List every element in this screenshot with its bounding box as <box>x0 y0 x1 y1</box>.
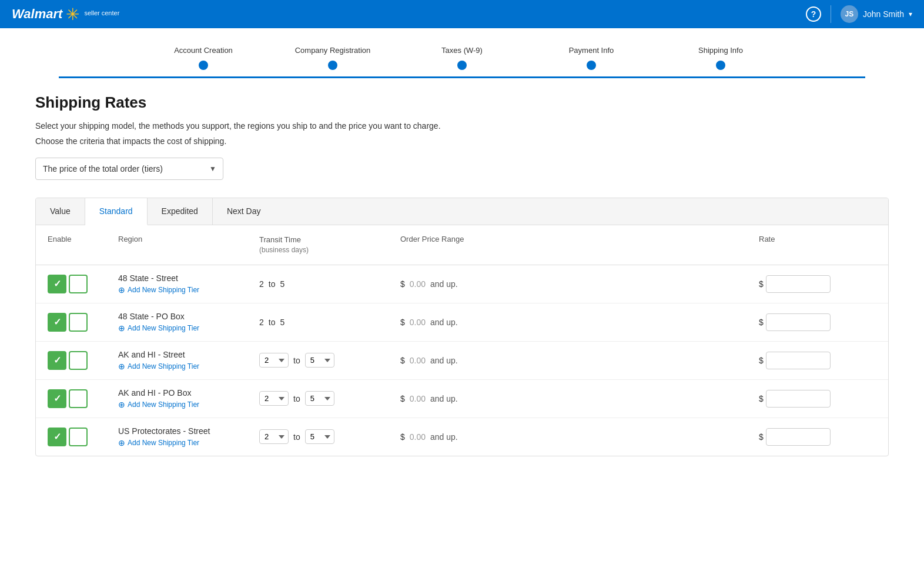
checkbox-outline-4[interactable] <box>69 389 88 408</box>
add-icon-3: ⊕ <box>118 362 125 371</box>
and-up-3: and up. <box>430 356 458 365</box>
rate-cell-1: $ <box>759 275 876 293</box>
step-dot-1 <box>199 61 208 70</box>
page-title: Shipping Rates <box>35 94 889 112</box>
step-payment-info: Payment Info <box>527 46 656 70</box>
tab-next-day[interactable]: Next Day <box>213 198 275 225</box>
table-row: US Protectorates - Street ⊕ Add New Ship… <box>36 418 888 456</box>
dollar-sign-3: $ <box>400 356 405 365</box>
rate-cell-5: $ <box>759 428 876 446</box>
add-tier-link-3[interactable]: ⊕ Add New Shipping Tier <box>118 362 259 371</box>
checkbox-outline-1[interactable] <box>69 275 88 293</box>
add-tier-link-4[interactable]: ⊕ Add New Shipping Tier <box>118 400 259 409</box>
region-name-1: 48 State - Street <box>118 273 259 283</box>
tab-standard[interactable]: Standard <box>85 198 148 225</box>
criteria-dropdown[interactable]: The price of the total order (tiers) Wei… <box>35 158 223 180</box>
transit-cell-1: 2 to 5 <box>259 279 400 289</box>
step-dot-4 <box>587 61 596 70</box>
table-header-row: Enable Region Transit Time (business day… <box>36 225 888 265</box>
transit-to-dropdown-3[interactable]: 56710 <box>305 353 334 368</box>
add-icon-2: ⊕ <box>118 323 125 333</box>
and-up-1: and up. <box>430 279 458 289</box>
checkbox-checked-4[interactable] <box>48 389 66 408</box>
table-row: AK and HI - PO Box ⊕ Add New Shipping Ti… <box>36 380 888 418</box>
shipping-table: Enable Region Transit Time (business day… <box>36 225 888 456</box>
spark-icon: ✳ <box>66 5 79 24</box>
rate-input-4[interactable] <box>766 390 831 408</box>
col-header-enable: Enable <box>48 235 118 255</box>
transit-from-dropdown-4[interactable]: 2345 <box>259 391 289 406</box>
add-tier-link-5[interactable]: ⊕ Add New Shipping Tier <box>118 438 259 448</box>
rate-input-3[interactable] <box>766 352 831 369</box>
region-name-4: AK and HI - PO Box <box>118 388 259 398</box>
step-label-2: Company Registration <box>295 46 371 55</box>
page-description: Select your shipping model, the methods … <box>35 121 889 131</box>
region-cell-2: 48 State - PO Box ⊕ Add New Shipping Tie… <box>118 312 259 333</box>
step-company-registration: Company Registration <box>268 46 397 70</box>
rate-cell-2: $ <box>759 313 876 331</box>
region-name-5: US Protectorates - Street <box>118 426 259 436</box>
col-header-rate: Rate <box>759 235 876 255</box>
transit-to-label-4: to <box>293 394 300 403</box>
user-menu[interactable]: JS John Smith ▾ <box>841 5 912 23</box>
enable-checkbox-5[interactable] <box>48 428 118 446</box>
table-row: 48 State - PO Box ⊕ Add New Shipping Tie… <box>36 303 888 342</box>
header-divider <box>831 5 831 23</box>
user-name: John Smith <box>863 9 904 19</box>
add-tier-link-1[interactable]: ⊕ Add New Shipping Tier <box>118 285 259 295</box>
rate-input-1[interactable] <box>766 275 831 293</box>
step-label-3: Taxes (W-9) <box>441 46 483 55</box>
rate-cell-4: $ <box>759 390 876 408</box>
table-row: AK and HI - Street ⊕ Add New Shipping Ti… <box>36 342 888 380</box>
enable-checkbox-3[interactable] <box>48 351 118 370</box>
transit-from-dropdown-5[interactable]: 2345 <box>259 429 289 444</box>
step-dot-2 <box>328 61 337 70</box>
enable-checkbox-2[interactable] <box>48 313 118 332</box>
enable-checkbox-1[interactable] <box>48 275 118 293</box>
transit-to-dropdown-5[interactable]: 56710 <box>305 429 334 444</box>
seller-center-label: seller center <box>84 9 119 16</box>
and-up-5: and up. <box>430 432 458 442</box>
rate-input-2[interactable] <box>766 313 831 331</box>
add-tier-link-2[interactable]: ⊕ Add New Shipping Tier <box>118 323 259 333</box>
checkbox-checked-1[interactable] <box>48 275 66 293</box>
enable-checkbox-4[interactable] <box>48 389 118 408</box>
transit-cell-3: 2345 to 56710 <box>259 353 400 368</box>
help-button[interactable]: ? <box>806 6 821 22</box>
transit-from-dropdown-3[interactable]: 2345 <box>259 353 289 368</box>
transit-to-label-3: to <box>293 356 300 365</box>
price-value-4: 0.00 <box>410 394 426 403</box>
checkbox-checked-2[interactable] <box>48 313 66 332</box>
rate-cell-3: $ <box>759 352 876 369</box>
transit-cell-2: 2 to 5 <box>259 318 400 327</box>
rate-dollar-1: $ <box>759 279 764 289</box>
region-name-2: 48 State - PO Box <box>118 312 259 321</box>
step-label-4: Payment Info <box>569 46 614 55</box>
price-range-4: $ 0.00 and up. <box>400 394 759 403</box>
checkbox-outline-5[interactable] <box>69 428 88 446</box>
step-shipping-info: Shipping Info <box>656 46 785 70</box>
col-header-order-price: Order Price Range <box>400 235 759 255</box>
tab-value[interactable]: Value <box>36 198 85 225</box>
checkbox-outline-2[interactable] <box>69 313 88 332</box>
and-up-2: and up. <box>430 318 458 327</box>
tabs-header: Value Standard Expedited Next Day <box>36 198 888 225</box>
step-taxes: Taxes (W-9) <box>397 46 527 70</box>
transit-to-2: 5 <box>280 318 284 327</box>
rate-dollar-5: $ <box>759 432 764 442</box>
progress-line <box>59 76 865 78</box>
add-icon-5: ⊕ <box>118 438 125 448</box>
transit-to-dropdown-4[interactable]: 56710 <box>305 391 334 406</box>
step-label-1: Account Creation <box>174 46 233 55</box>
dollar-sign-4: $ <box>400 394 405 403</box>
tab-expedited[interactable]: Expedited <box>148 198 213 225</box>
price-range-2: $ 0.00 and up. <box>400 318 759 327</box>
checkbox-checked-5[interactable] <box>48 428 66 446</box>
transit-to-label-2: to <box>269 318 276 327</box>
region-cell-5: US Protectorates - Street ⊕ Add New Ship… <box>118 426 259 448</box>
checkbox-outline-3[interactable] <box>69 351 88 370</box>
checkbox-checked-3[interactable] <box>48 351 66 370</box>
col-header-transit: Transit Time (business days) <box>259 235 400 255</box>
rate-input-5[interactable] <box>766 428 831 446</box>
rate-dollar-4: $ <box>759 394 764 403</box>
